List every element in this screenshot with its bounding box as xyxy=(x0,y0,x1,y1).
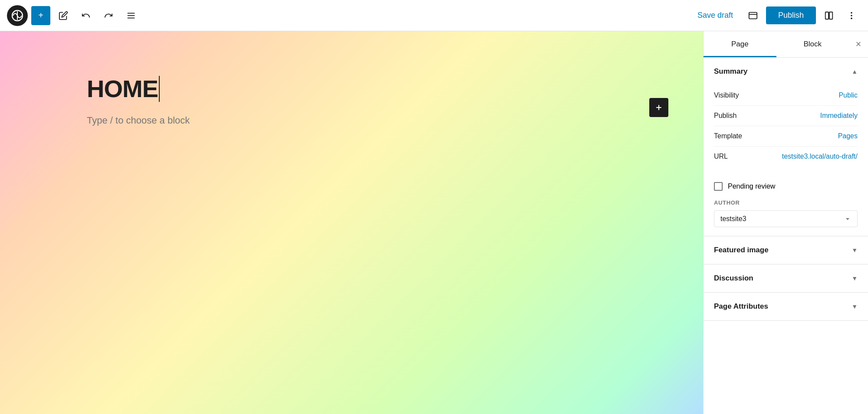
add-block-button[interactable]: + xyxy=(31,6,50,25)
publish-button[interactable]: Publish xyxy=(766,7,816,24)
visibility-label: Visibility xyxy=(714,91,739,99)
featured-image-chevron-icon: ▼ xyxy=(852,247,858,254)
pending-review-row: Pending review xyxy=(704,175,868,198)
page-attributes-header[interactable]: Page Attributes ▼ xyxy=(704,293,868,320)
svg-rect-8 xyxy=(829,12,832,19)
summary-title: Summary xyxy=(714,67,747,76)
publish-label: Publish xyxy=(714,112,736,120)
visibility-row: Visibility Public xyxy=(714,85,858,106)
tab-page[interactable]: Page xyxy=(704,31,776,57)
block-placeholder[interactable]: Type / to choose a block xyxy=(87,115,190,126)
page-title-text: HOME xyxy=(87,75,158,103)
publish-value[interactable]: Immediately xyxy=(820,112,858,120)
template-label: Template xyxy=(714,132,742,140)
featured-image-header[interactable]: Featured image ▼ xyxy=(704,236,868,264)
summary-section-header[interactable]: Summary ▲ xyxy=(704,58,868,85)
visibility-value[interactable]: Public xyxy=(838,91,858,99)
svg-rect-7 xyxy=(825,12,829,19)
url-label: URL xyxy=(714,153,728,160)
discussion-section: Discussion ▼ xyxy=(704,264,868,293)
sidebar-header: Page Block × xyxy=(704,31,868,58)
summary-chevron-icon: ▲ xyxy=(852,68,858,75)
edit-tool-button[interactable] xyxy=(54,6,73,25)
page-attributes-chevron-icon: ▼ xyxy=(852,303,858,310)
sidebar-close-button[interactable]: × xyxy=(849,35,868,54)
redo-button[interactable] xyxy=(99,6,118,25)
page-title-area: HOME Type / to choose a block xyxy=(87,75,190,126)
discussion-header[interactable]: Discussion ▼ xyxy=(704,264,868,292)
pending-review-checkbox[interactable] xyxy=(714,182,723,191)
tab-block[interactable]: Block xyxy=(776,31,849,57)
save-draft-button[interactable]: Save draft xyxy=(690,7,740,23)
svg-point-10 xyxy=(851,15,852,16)
page-attributes-section: Page Attributes ▼ xyxy=(704,293,868,321)
svg-rect-5 xyxy=(749,12,757,19)
topbar: + Save draft Publish xyxy=(0,0,868,31)
pending-review-label: Pending review xyxy=(728,183,775,190)
cursor xyxy=(159,76,160,102)
svg-point-9 xyxy=(851,12,852,13)
template-value[interactable]: Pages xyxy=(838,132,858,140)
summary-content: Visibility Public Publish Immediately Te… xyxy=(704,85,868,175)
svg-point-11 xyxy=(851,18,852,19)
undo-button[interactable] xyxy=(76,6,95,25)
discussion-title: Discussion xyxy=(714,274,753,283)
main-layout: HOME Type / to choose a block Page Block… xyxy=(0,31,868,414)
featured-image-title: Featured image xyxy=(714,246,769,254)
featured-image-section: Featured image ▼ xyxy=(704,236,868,264)
preview-button[interactable] xyxy=(743,6,763,25)
wp-logo xyxy=(7,5,28,26)
canvas: HOME Type / to choose a block xyxy=(0,31,703,414)
inline-add-block-button[interactable] xyxy=(649,98,668,117)
settings-toggle-button[interactable] xyxy=(819,6,838,25)
sidebar: Page Block × Summary ▲ Visibility Public… xyxy=(703,31,868,414)
author-label: AUTHOR xyxy=(714,199,858,206)
url-value[interactable]: testsite3.local/auto-draft/ xyxy=(782,153,858,160)
author-select[interactable]: testsite3 xyxy=(714,210,858,227)
page-title[interactable]: HOME xyxy=(87,75,190,103)
summary-section: Summary ▲ Visibility Public Publish Imme… xyxy=(704,58,868,236)
more-options-button[interactable] xyxy=(842,6,861,25)
list-view-button[interactable] xyxy=(122,6,141,25)
publish-row: Publish Immediately xyxy=(714,106,858,126)
author-section: AUTHOR testsite3 xyxy=(704,198,868,236)
url-row: URL testsite3.local/auto-draft/ xyxy=(714,147,858,166)
discussion-chevron-icon: ▼ xyxy=(852,275,858,282)
page-attributes-title: Page Attributes xyxy=(714,302,768,311)
template-row: Template Pages xyxy=(714,126,858,147)
